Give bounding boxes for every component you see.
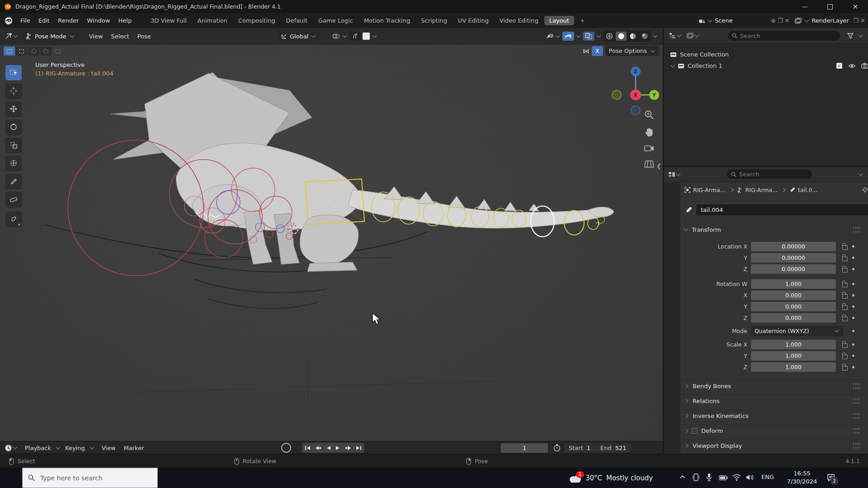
lock-icon[interactable] bbox=[842, 283, 848, 287]
shading-solid-icon[interactable] bbox=[616, 32, 627, 41]
properties-editor-icon[interactable] bbox=[668, 171, 675, 178]
add-workspace-button[interactable]: + bbox=[575, 16, 590, 25]
section-relations[interactable]: Relations bbox=[682, 394, 864, 407]
section-bendy-bones[interactable]: Bendy Bones bbox=[682, 380, 864, 392]
show-overlays-icon[interactable] bbox=[562, 32, 574, 41]
transform-value-field[interactable]: 1.000 bbox=[751, 340, 836, 349]
breadcrumb-bone[interactable]: tail.0... bbox=[798, 187, 817, 193]
xray-toggle-icon[interactable] bbox=[583, 32, 594, 41]
transform-orientation-selector[interactable]: Global bbox=[278, 31, 320, 42]
blender-menu-icon[interactable] bbox=[5, 17, 13, 25]
animate-dot[interactable] bbox=[852, 330, 854, 332]
close-button[interactable]: ✕ bbox=[843, 3, 868, 10]
timeline-editor-dropdown-icon[interactable] bbox=[13, 445, 18, 450]
view-layer-name[interactable]: RenderLayer bbox=[811, 17, 851, 24]
properties-search-box[interactable]: Search bbox=[727, 169, 812, 179]
transform-value-field[interactable]: 1.000 bbox=[751, 351, 836, 361]
transform-value-field[interactable]: 1.000 bbox=[751, 362, 836, 372]
outliner-display-mode-icon[interactable] bbox=[687, 33, 694, 39]
gizmo-dropdown-icon[interactable] bbox=[556, 33, 561, 38]
notification-center-button[interactable]: 2 bbox=[826, 473, 835, 482]
show-gizmo-icon[interactable] bbox=[546, 33, 554, 40]
use-preview-range-icon[interactable] bbox=[553, 444, 561, 452]
next-keyframe-button[interactable] bbox=[345, 446, 351, 450]
minimize-button[interactable]: — bbox=[792, 3, 817, 10]
lock-icon[interactable] bbox=[842, 257, 848, 261]
timeline-menu-keying[interactable]: Keying bbox=[61, 445, 89, 451]
bone-name-field[interactable]: tail.004 bbox=[696, 204, 868, 216]
scene-icon[interactable] bbox=[698, 18, 705, 24]
transform-value-field[interactable]: 0.000 bbox=[751, 302, 836, 311]
workspace-tab-3d-view-full[interactable]: 3D View Full bbox=[146, 16, 192, 25]
viewport-menu-pose[interactable]: Pose bbox=[133, 33, 155, 40]
snap-dropdown-icon[interactable] bbox=[343, 33, 347, 38]
timeline-editor-icon[interactable] bbox=[5, 444, 12, 452]
transform-value-field[interactable]: 1.000 bbox=[751, 279, 836, 289]
breadcrumb-object[interactable]: RIG-Arma... bbox=[693, 187, 726, 193]
collection-checkbox[interactable]: ✓ bbox=[836, 63, 842, 69]
animate-dot[interactable] bbox=[852, 283, 854, 285]
workspace-tab-uv-editing[interactable]: UV Editing bbox=[453, 16, 494, 25]
scene-name[interactable]: Scene bbox=[715, 17, 769, 24]
lock-icon[interactable] bbox=[842, 355, 848, 359]
perspective-toggle-icon[interactable] bbox=[644, 159, 655, 169]
jump-to-start-button[interactable] bbox=[305, 446, 311, 450]
outliner-row-collection-1[interactable]: Collection 1 ✓ bbox=[664, 60, 868, 71]
region-collapse-arrow[interactable]: ❮ bbox=[656, 163, 661, 169]
lock-icon[interactable] bbox=[842, 343, 848, 348]
outliner-search-box[interactable]: Search bbox=[728, 31, 840, 41]
workspace-tab-game-logic[interactable]: Game Logic bbox=[313, 16, 358, 25]
jump-to-end-button[interactable] bbox=[356, 446, 362, 450]
editor-type-icon[interactable] bbox=[5, 33, 13, 40]
tray-wifi-icon[interactable] bbox=[732, 474, 741, 481]
xray-dropdown-icon[interactable] bbox=[597, 33, 601, 38]
lock-icon[interactable] bbox=[842, 317, 848, 321]
workspace-tab-layout[interactable]: Layout bbox=[544, 16, 574, 25]
viewport-menu-select[interactable]: Select bbox=[107, 33, 133, 40]
workspace-tab-animation[interactable]: Animation bbox=[193, 16, 232, 25]
prev-keyframe-button[interactable] bbox=[315, 446, 321, 450]
pan-view-icon[interactable] bbox=[644, 127, 655, 137]
editor-type-dropdown-icon[interactable] bbox=[14, 33, 18, 38]
pin-id-icon[interactable] bbox=[862, 187, 868, 193]
copy-view-layer-icon[interactable]: ❐ bbox=[853, 17, 859, 24]
animate-dot[interactable] bbox=[852, 343, 854, 346]
lock-icon[interactable] bbox=[842, 294, 848, 299]
outliner-options-chevron-icon[interactable] bbox=[859, 33, 863, 38]
pin-icon[interactable]: ⊕ bbox=[771, 17, 776, 24]
timeline-menu-playback[interactable]: Playback bbox=[21, 445, 55, 451]
animate-dot[interactable] bbox=[852, 355, 854, 357]
lock-icon[interactable] bbox=[842, 366, 848, 371]
falloff-dropdown-icon[interactable] bbox=[373, 33, 377, 38]
outliner-editor-icon[interactable] bbox=[669, 33, 676, 39]
camera-view-icon[interactable] bbox=[644, 144, 655, 153]
menu-edit[interactable]: Edit bbox=[34, 17, 54, 24]
hide-icon[interactable] bbox=[848, 63, 856, 69]
tray-mic-icon[interactable] bbox=[706, 473, 712, 482]
timeline-menu-marker[interactable]: Marker bbox=[120, 445, 148, 451]
tray-clock[interactable]: 16:55 7/30/2024 bbox=[782, 469, 822, 486]
playback-chevron-icon[interactable] bbox=[56, 445, 61, 450]
section-inverse-kinematics[interactable]: Inverse Kinematics bbox=[682, 409, 864, 422]
shading-material-icon[interactable] bbox=[627, 32, 638, 41]
viewport-3d[interactable]: Pose Mode View Select Pose Global bbox=[0, 28, 663, 441]
mode-selector[interactable]: Pose Mode bbox=[22, 31, 79, 42]
transform-value-field[interactable]: 0.00000 bbox=[751, 264, 836, 274]
deform-checkbox[interactable] bbox=[692, 428, 698, 434]
lock-icon[interactable] bbox=[842, 268, 848, 272]
tray-language[interactable]: ENG bbox=[761, 474, 774, 480]
tray-battery-icon[interactable] bbox=[719, 475, 728, 480]
animate-dot[interactable] bbox=[852, 294, 854, 296]
shading-wireframe-icon[interactable] bbox=[604, 32, 615, 41]
overlays-dropdown-icon[interactable] bbox=[576, 33, 581, 38]
menu-help[interactable]: Help bbox=[114, 17, 136, 24]
transform-value-field[interactable]: 0.00000 bbox=[751, 253, 836, 263]
timeline-menu-view[interactable]: View bbox=[98, 445, 120, 451]
breadcrumb-armature[interactable]: RIG-Arma... bbox=[745, 187, 778, 193]
properties-editor-dropdown-icon[interactable] bbox=[676, 171, 681, 176]
weather-widget[interactable]: 1 30°C Mostly cloudy bbox=[569, 468, 653, 488]
workspace-tab-scripting[interactable]: Scripting bbox=[416, 16, 452, 25]
play-reverse-button[interactable] bbox=[326, 446, 331, 450]
tray-device-icon[interactable] bbox=[693, 474, 699, 482]
transform-panel-header[interactable]: Transform bbox=[682, 224, 864, 235]
